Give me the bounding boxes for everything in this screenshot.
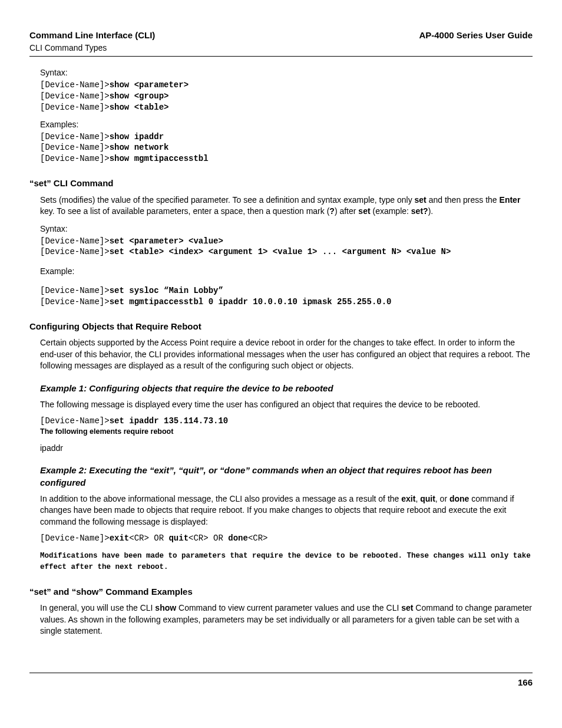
example1-para: The following message is displayed every…	[40, 399, 533, 411]
code-text: set mgmtipaccesstbl 0 ipaddr 10.0.0.10 i…	[110, 297, 392, 307]
example1-message: The following elements require reboot	[40, 427, 533, 437]
text: ?	[329, 206, 335, 216]
code-text: [Device-Name]>	[40, 297, 110, 307]
example-label: Example:	[40, 266, 533, 277]
example1-code: [Device-Name]>set ipaddr 135.114.73.10	[40, 416, 533, 427]
text: and then press the	[427, 195, 500, 205]
syntax-label: Syntax:	[40, 67, 533, 78]
syntax-block: [Device-Name]>show <parameter> [Device-N…	[40, 80, 533, 113]
syntax-label: Syntax:	[40, 223, 533, 235]
code-text: [Device-Name]>	[40, 143, 110, 152]
text: Command to view current parameter values…	[176, 603, 401, 612]
code-text: show <group>	[110, 91, 169, 101]
code-text: [Device-Name]>	[40, 416, 110, 426]
example2-heading: Example 2: Executing the “exit”, “quit”,…	[40, 465, 533, 489]
example2-message: Modifications have been made to paramete…	[40, 551, 533, 573]
code-text: set sysloc “Main Lobby”	[110, 286, 223, 295]
code-text: show <parameter>	[110, 80, 189, 90]
code-text: quit	[168, 533, 189, 543]
example2-para: In addition to the above informational m…	[40, 493, 533, 528]
code-text: [Device-Name]>	[40, 286, 110, 295]
text: exit	[401, 494, 415, 503]
text: set	[358, 206, 370, 216]
code-text: [Device-Name]>	[40, 533, 110, 543]
example1-ipaddr: ipaddr	[40, 443, 533, 454]
code-text: set <table> <index> <argument 1> <value …	[110, 247, 451, 256]
code-text: <CR>	[248, 533, 268, 543]
header-left: Command Line Interface (CLI) CLI Command…	[29, 29, 155, 54]
text: set?	[411, 206, 428, 216]
text: In addition to the above informational m…	[40, 494, 401, 503]
text: done	[449, 494, 469, 503]
text: (example:	[371, 206, 411, 216]
code-text: [Device-Name]>	[40, 236, 110, 246]
header-title: Command Line Interface (CLI)	[29, 29, 155, 41]
example2-code: [Device-Name]>exit<CR> OR quit<CR> OR do…	[40, 533, 533, 544]
text: ).	[428, 206, 434, 216]
code-text: <CR> OR	[189, 533, 228, 543]
syntax-block: [Device-Name]>set <parameter> <value> [D…	[40, 236, 533, 258]
code-text: set ipaddr 135.114.73.10	[110, 416, 229, 426]
text: quit	[420, 494, 435, 503]
header-subtitle: CLI Command Types	[29, 42, 155, 54]
text: show	[155, 603, 176, 612]
text: set	[401, 603, 413, 612]
set-command-heading: “set” CLI Command	[29, 177, 533, 189]
examples-block: [Device-Name]>show ipaddr [Device-Name]>…	[40, 131, 533, 165]
code-text: show ipaddr	[110, 132, 164, 141]
code-text: done	[228, 533, 248, 543]
example1-heading: Example 1: Configuring objects that requ…	[40, 383, 533, 394]
code-text: show mgmtipaccesstbl	[110, 154, 209, 163]
code-text: set <parameter> <value>	[110, 236, 223, 246]
text: Enter	[500, 195, 521, 205]
header-right: AP-4000 Series User Guide	[419, 29, 533, 41]
code-text: [Device-Name]>	[40, 91, 110, 101]
text: set	[415, 195, 427, 205]
text: Sets (modifies) the value of the specifi…	[40, 195, 415, 205]
reboot-para: Certain objects supported by the Access …	[40, 337, 533, 372]
reboot-heading: Configuring Objects that Require Reboot	[29, 321, 533, 332]
code-text: [Device-Name]>	[40, 103, 110, 112]
code-text: show network	[110, 143, 169, 152]
examples-label: Examples:	[40, 119, 533, 130]
code-text: show <table>	[110, 103, 169, 112]
setshow-heading: “set” and “show” Command Examples	[29, 586, 533, 598]
page-footer: 166	[29, 673, 533, 689]
text: ,	[415, 494, 420, 503]
example-block: [Device-Name]>set sysloc “Main Lobby” [D…	[40, 285, 533, 308]
code-text: [Device-Name]>	[40, 154, 110, 163]
main-content: Syntax: [Device-Name]>show <parameter> […	[29, 67, 533, 637]
code-text: [Device-Name]>	[40, 80, 110, 90]
code-text: <CR> OR	[129, 533, 168, 543]
page-number: 166	[518, 677, 533, 687]
code-text: [Device-Name]>	[40, 247, 110, 256]
text: key. To see a list of available paramete…	[40, 206, 329, 216]
code-text: exit	[110, 533, 130, 543]
code-text: [Device-Name]>	[40, 132, 110, 141]
text: In general, you will use the CLI	[40, 603, 155, 612]
text: , or	[435, 494, 449, 503]
set-command-para: Sets (modifies) the value of the specifi…	[40, 195, 533, 218]
text: ) after	[335, 206, 358, 216]
setshow-para: In general, you will use the CLI show Co…	[40, 602, 533, 637]
page-header: Command Line Interface (CLI) CLI Command…	[29, 29, 533, 57]
